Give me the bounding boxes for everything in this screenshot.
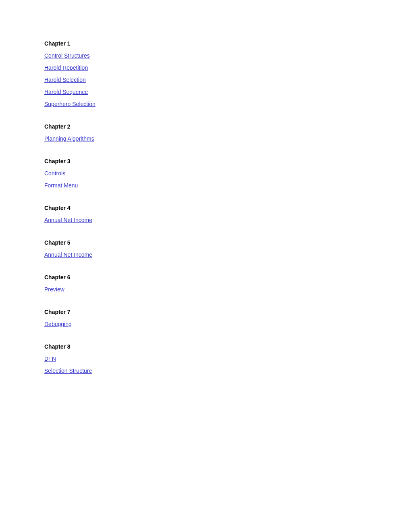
chapter-heading-4: Chapter 4 [44, 205, 367, 211]
link-annual-net-income-4[interactable]: Annual Net Income [44, 217, 367, 223]
link-controls[interactable]: Controls [44, 170, 367, 177]
link-superhero-selection[interactable]: Superhero Selection [44, 101, 367, 107]
chapter-heading-5: Chapter 5 [44, 239, 367, 246]
link-planning-algorithms[interactable]: Planning Algorithms [44, 135, 367, 142]
chapter-section-4: Chapter 4Annual Net Income [44, 205, 367, 223]
chapter-links-1: Control StructuresHarold RepetitionHarol… [44, 52, 367, 107]
link-dr-n[interactable]: Dr N [44, 355, 367, 362]
link-harold-sequence[interactable]: Harold Sequence [44, 89, 367, 95]
link-preview[interactable]: Preview [44, 286, 367, 293]
link-debugging[interactable]: Debugging [44, 321, 367, 327]
chapter-section-6: Chapter 6Preview [44, 274, 367, 293]
link-harold-repetition[interactable]: Harold Repetition [44, 64, 367, 71]
chapter-heading-1: Chapter 1 [44, 40, 367, 47]
chapter-section-1: Chapter 1Control StructuresHarold Repeti… [44, 40, 367, 107]
chapter-heading-6: Chapter 6 [44, 274, 367, 281]
chapter-links-7: Debugging [44, 321, 367, 327]
link-control-structures[interactable]: Control Structures [44, 52, 367, 59]
link-format-menu[interactable]: Format Menu [44, 182, 367, 189]
chapter-links-6: Preview [44, 286, 367, 293]
chapter-section-5: Chapter 5Annual Net Income [44, 239, 367, 258]
chapter-section-2: Chapter 2Planning Algorithms [44, 123, 367, 142]
chapter-heading-7: Chapter 7 [44, 309, 367, 315]
link-annual-net-income-5[interactable]: Annual Net Income [44, 251, 367, 258]
page-content: Chapter 1Control StructuresHarold Repeti… [0, 0, 411, 430]
chapter-links-4: Annual Net Income [44, 217, 367, 223]
link-harold-selection[interactable]: Harold Selection [44, 77, 367, 83]
chapter-heading-3: Chapter 3 [44, 158, 367, 164]
chapter-section-8: Chapter 8Dr NSelection Structure [44, 343, 367, 374]
chapter-links-8: Dr NSelection Structure [44, 355, 367, 374]
link-selection-structure[interactable]: Selection Structure [44, 368, 367, 374]
chapter-links-5: Annual Net Income [44, 251, 367, 258]
chapter-heading-2: Chapter 2 [44, 123, 367, 130]
chapter-section-3: Chapter 3ControlsFormat Menu [44, 158, 367, 189]
chapter-links-2: Planning Algorithms [44, 135, 367, 142]
chapter-heading-8: Chapter 8 [44, 343, 367, 350]
chapter-section-7: Chapter 7Debugging [44, 309, 367, 327]
chapter-links-3: ControlsFormat Menu [44, 170, 367, 189]
